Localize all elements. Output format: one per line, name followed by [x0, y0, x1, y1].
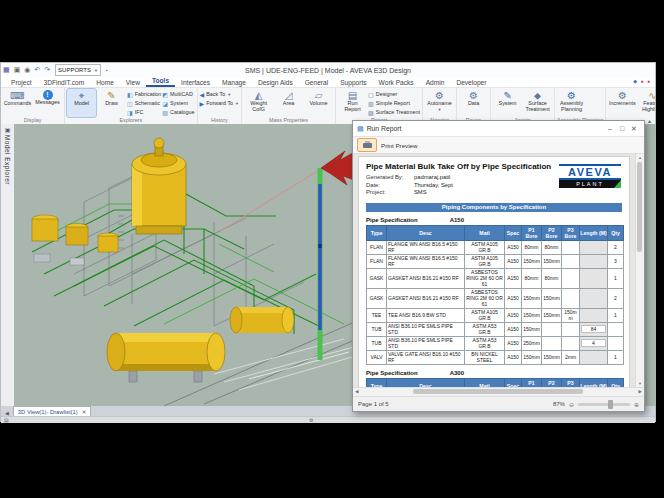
- undo-icon[interactable]: ↶: [34, 63, 40, 77]
- table-cell: 150mm: [522, 322, 542, 336]
- tab-3d-view[interactable]: 3D View(1)- Drawlist(1) ✕: [13, 406, 91, 416]
- ribbon-tab-home[interactable]: Home: [90, 79, 120, 87]
- ribbon-tab-developer[interactable]: Developer: [450, 79, 492, 87]
- table-row: FLANFLANGE WN ANSI B16.5 #150 RFASTM A10…: [367, 240, 624, 254]
- ribbon-group-naming: ⚙Autoname▼Naming: [423, 88, 457, 124]
- zoom-slider[interactable]: [578, 403, 630, 406]
- print-preview-button[interactable]: [357, 138, 377, 152]
- messages-button[interactable]: !Messages: [33, 89, 62, 117]
- column-header: P1 Bore: [522, 225, 542, 240]
- vertical-scrollbar[interactable]: ▲ ▼: [635, 154, 644, 387]
- table-cell: [562, 336, 580, 350]
- system-button[interactable]: ✎System: [493, 89, 522, 117]
- zoom-in-icon[interactable]: ⊕: [634, 401, 639, 408]
- scroll-right-icon[interactable]: ▶: [639, 389, 642, 394]
- multicad-icon: ◩: [162, 91, 168, 98]
- gear-icon[interactable]: ⚙: [309, 417, 313, 423]
- surface-treatment-button[interactable]: ⬥Surface Treatment: [523, 89, 552, 117]
- draw-button[interactable]: ✎Draw: [97, 89, 126, 117]
- weight-cofg-button[interactable]: ◭Weight CofG: [244, 89, 273, 117]
- app-icon[interactable]: ▦: [3, 63, 10, 77]
- model-explorer-label: Model Explorer: [4, 135, 11, 185]
- horizontal-scrollbar[interactable]: ◀ ▶: [353, 387, 644, 396]
- simple-report-button[interactable]: ▥Simple Report: [368, 99, 420, 107]
- model-button[interactable]: ⌖Model: [67, 89, 96, 117]
- record-icon[interactable]: ●: [641, 78, 645, 84]
- quick-access-combo[interactable]: SUPPORTS ▼: [55, 64, 101, 76]
- ribbon-tab-view[interactable]: View: [120, 79, 146, 87]
- table-cell: [580, 350, 608, 364]
- minimize-icon[interactable]: –: [604, 125, 616, 132]
- fabrication-button[interactable]: ◧Fabrication: [127, 90, 161, 98]
- table-cell: [608, 336, 624, 350]
- ribbon-tab-supports[interactable]: Supports: [334, 79, 372, 87]
- close-icon[interactable]: ✕: [82, 409, 87, 415]
- scroll-down-icon[interactable]: ▼: [636, 381, 644, 386]
- table-cell: ANSI B36.10 PE SMLS PIPE STD: [387, 336, 465, 350]
- table-cell: [562, 268, 580, 288]
- model-explorer-collapsed-panel[interactable]: ▣ Model Explorer: [1, 124, 15, 406]
- data-button[interactable]: ⚙Data: [459, 89, 488, 117]
- table-cell: ASTM A105 GR.B: [465, 254, 505, 268]
- system-icon: ◪: [162, 100, 168, 107]
- back-to-button[interactable]: ◀Back To▼: [200, 90, 239, 98]
- scroll-left-icon[interactable]: ◀: [355, 389, 358, 394]
- area-button[interactable]: ◿Area: [274, 89, 303, 117]
- feature-highlight-button[interactable]: ∿Feature Highlight: [638, 89, 655, 118]
- ribbon-tab-design-aids[interactable]: Design Aids: [252, 79, 299, 87]
- spec-label: Pipe Specification: [366, 370, 418, 376]
- record-icon-2[interactable]: ●: [647, 78, 651, 84]
- table-cell: [542, 336, 562, 350]
- table-cell: 80mm: [522, 240, 542, 254]
- save-icon[interactable]: ▣: [14, 63, 21, 77]
- table-cell: A150: [505, 322, 522, 336]
- table-row: TUBANSI B36.10 PE SMLS PIPE STDASTM A53 …: [367, 322, 624, 336]
- assembly-planning-button[interactable]: ⚙Assembly Planning: [557, 89, 586, 117]
- designer-button[interactable]: ▢Designer: [368, 90, 420, 98]
- increments-button[interactable]: ⚙Increments: [608, 89, 637, 118]
- table-cell: TUB: [367, 322, 387, 336]
- chevron-down-icon: ▼: [235, 101, 239, 106]
- ribbon-tab-manage[interactable]: Manage: [216, 79, 252, 87]
- table-cell: [562, 322, 580, 336]
- ribbon-tab-general[interactable]: General: [299, 79, 334, 87]
- report-preview-area: Pipe Material Bulk Take Off by Pipe Spec…: [353, 154, 644, 387]
- ribbon-tab-3dfindit-com[interactable]: 3DFindIT.com: [38, 79, 91, 87]
- table-cell: TEE ANSI B16.9 BW STD: [387, 308, 465, 322]
- measure-line: [219, 170, 319, 232]
- scroll-thumb[interactable]: [637, 162, 642, 252]
- close-icon[interactable]: ✕: [628, 125, 640, 133]
- multicad-button[interactable]: ◩MultiCAD: [162, 90, 194, 98]
- zoom-out-icon[interactable]: ⊖: [569, 401, 574, 408]
- customize-toolbar-icon[interactable]: ▪: [106, 63, 108, 77]
- dialog-title-bar[interactable]: ▤ Run Report – □ ✕: [353, 121, 644, 137]
- status-doc-icon: ▤: [4, 417, 9, 423]
- forward-to-button[interactable]: ▶Forward To▼: [200, 99, 239, 107]
- surface-treatment-button[interactable]: ▨Surface Treatment: [368, 108, 420, 116]
- run-report-button[interactable]: ▤Run Report: [338, 89, 367, 117]
- schematic-button[interactable]: ◫Schematic: [127, 99, 161, 107]
- catalogue-button[interactable]: ▧Catalogue: [162, 108, 194, 116]
- ribbon-tab-project[interactable]: Project: [5, 79, 38, 87]
- ifc-button[interactable]: ◨IFC: [127, 108, 161, 116]
- volume-button[interactable]: ▱Volume: [304, 89, 333, 117]
- maximize-icon[interactable]: □: [616, 125, 628, 132]
- combo-value: SUPPORTS: [58, 67, 91, 73]
- commands-button[interactable]: ⌨Commands: [3, 89, 32, 117]
- scroll-up-icon[interactable]: ▲: [636, 155, 644, 160]
- redo-icon[interactable]: ↷: [44, 63, 50, 77]
- hscroll-thumb[interactable]: [413, 389, 583, 394]
- zoom-slider-thumb[interactable]: [608, 400, 613, 409]
- ribbon-tab-tools[interactable]: Tools: [146, 77, 175, 87]
- autoname-button[interactable]: ⚙Autoname▼: [425, 89, 454, 117]
- system-button[interactable]: ◪System: [162, 99, 194, 107]
- diamond-icon[interactable]: ◆: [633, 78, 638, 84]
- chevron-down-icon: ▼: [438, 107, 442, 112]
- small-tanks: [32, 215, 118, 265]
- ribbon-tab-work-packs[interactable]: Work Packs: [373, 79, 420, 87]
- meta-label: Project:: [366, 189, 414, 197]
- select-icon[interactable]: ◉: [24, 63, 30, 77]
- ribbon-tab-interfaces[interactable]: Interfaces: [175, 79, 216, 87]
- table-cell: FLANGE WN ANSI B16.5 #150 RF: [387, 254, 465, 268]
- ribbon-tab-admin[interactable]: Admin: [420, 79, 451, 87]
